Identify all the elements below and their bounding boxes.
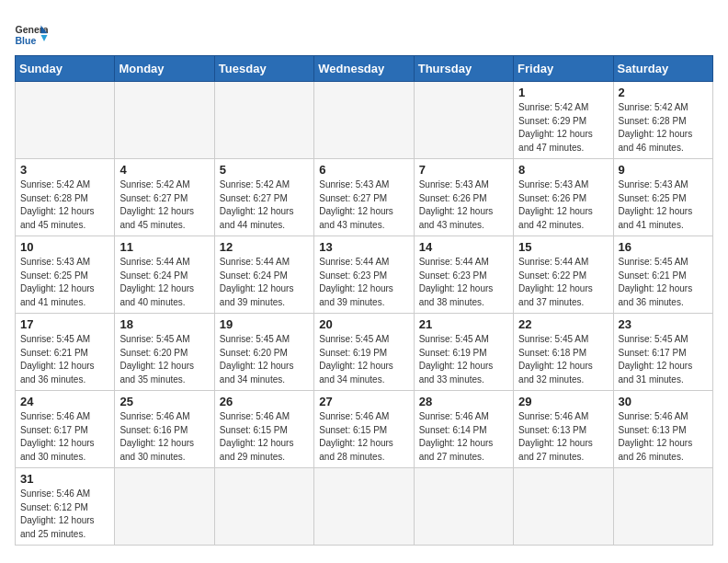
calendar-cell	[314, 82, 414, 159]
svg-marker-3	[41, 35, 48, 41]
calendar-cell	[16, 82, 115, 159]
calendar-cell	[214, 82, 313, 159]
day-number: 3	[20, 163, 109, 177]
day-info: Sunrise: 5:44 AM Sunset: 6:23 PM Dayligh…	[319, 256, 408, 309]
calendar-cell	[414, 468, 513, 546]
day-number: 24	[20, 395, 109, 408]
calendar-week-row: 31Sunrise: 5:46 AM Sunset: 6:12 PM Dayli…	[16, 468, 713, 546]
day-info: Sunrise: 5:46 AM Sunset: 6:13 PM Dayligh…	[518, 410, 608, 464]
day-info: Sunrise: 5:46 AM Sunset: 6:17 PM Dayligh…	[20, 410, 109, 464]
calendar-week-row: 24Sunrise: 5:46 AM Sunset: 6:17 PM Dayli…	[16, 391, 713, 468]
day-info: Sunrise: 5:46 AM Sunset: 6:14 PM Dayligh…	[419, 410, 508, 464]
weekday-header-monday: Monday	[115, 56, 214, 82]
day-number: 30	[619, 395, 708, 408]
day-number: 28	[419, 395, 508, 408]
day-info: Sunrise: 5:43 AM Sunset: 6:25 PM Dayligh…	[20, 256, 109, 309]
calendar-cell: 2Sunrise: 5:42 AM Sunset: 6:28 PM Daylig…	[613, 82, 712, 159]
logo: General Blue	[15, 22, 48, 48]
day-info: Sunrise: 5:45 AM Sunset: 6:17 PM Dayligh…	[619, 333, 708, 386]
calendar-cell: 10Sunrise: 5:43 AM Sunset: 6:25 PM Dayli…	[16, 236, 115, 314]
day-info: Sunrise: 5:45 AM Sunset: 6:21 PM Dayligh…	[20, 333, 109, 386]
calendar-cell: 18Sunrise: 5:45 AM Sunset: 6:20 PM Dayli…	[115, 314, 214, 391]
day-number: 17	[20, 317, 109, 331]
calendar-cell: 20Sunrise: 5:45 AM Sunset: 6:19 PM Dayli…	[314, 314, 414, 391]
calendar-cell: 13Sunrise: 5:44 AM Sunset: 6:23 PM Dayli…	[314, 236, 414, 314]
day-info: Sunrise: 5:43 AM Sunset: 6:26 PM Dayligh…	[518, 178, 608, 232]
calendar-cell: 12Sunrise: 5:44 AM Sunset: 6:24 PM Dayli…	[214, 236, 313, 314]
day-number: 1	[518, 86, 608, 99]
calendar-cell: 1Sunrise: 5:42 AM Sunset: 6:29 PM Daylig…	[514, 82, 613, 159]
day-number: 15	[518, 240, 608, 254]
calendar-cell: 7Sunrise: 5:43 AM Sunset: 6:26 PM Daylig…	[414, 159, 513, 236]
day-number: 10	[20, 240, 109, 254]
svg-text:Blue: Blue	[16, 35, 37, 46]
calendar-cell: 19Sunrise: 5:45 AM Sunset: 6:20 PM Dayli…	[214, 314, 313, 391]
day-number: 26	[220, 395, 309, 408]
calendar-cell	[314, 468, 414, 546]
day-info: Sunrise: 5:45 AM Sunset: 6:19 PM Dayligh…	[319, 333, 408, 386]
day-info: Sunrise: 5:45 AM Sunset: 6:18 PM Dayligh…	[518, 333, 608, 386]
calendar-cell: 17Sunrise: 5:45 AM Sunset: 6:21 PM Dayli…	[16, 314, 115, 391]
day-number: 29	[518, 395, 608, 408]
weekday-header-sunday: Sunday	[16, 56, 115, 82]
day-number: 2	[619, 86, 708, 99]
calendar-cell: 9Sunrise: 5:43 AM Sunset: 6:25 PM Daylig…	[613, 159, 712, 236]
day-info: Sunrise: 5:46 AM Sunset: 6:15 PM Dayligh…	[319, 410, 408, 464]
day-number: 23	[619, 317, 708, 331]
calendar-cell: 25Sunrise: 5:46 AM Sunset: 6:16 PM Dayli…	[115, 391, 214, 468]
calendar-cell: 14Sunrise: 5:44 AM Sunset: 6:23 PM Dayli…	[414, 236, 513, 314]
day-info: Sunrise: 5:43 AM Sunset: 6:25 PM Dayligh…	[619, 178, 708, 232]
day-number: 21	[419, 317, 508, 331]
day-number: 4	[119, 163, 209, 177]
calendar-cell: 27Sunrise: 5:46 AM Sunset: 6:15 PM Dayli…	[314, 391, 414, 468]
day-number: 16	[619, 240, 708, 254]
day-info: Sunrise: 5:44 AM Sunset: 6:22 PM Dayligh…	[518, 256, 608, 309]
day-number: 5	[220, 163, 309, 177]
calendar-cell: 31Sunrise: 5:46 AM Sunset: 6:12 PM Dayli…	[16, 468, 115, 546]
calendar-week-row: 10Sunrise: 5:43 AM Sunset: 6:25 PM Dayli…	[16, 236, 713, 314]
calendar-cell: 11Sunrise: 5:44 AM Sunset: 6:24 PM Dayli…	[115, 236, 214, 314]
calendar-cell: 26Sunrise: 5:46 AM Sunset: 6:15 PM Dayli…	[214, 391, 313, 468]
calendar-week-row: 1Sunrise: 5:42 AM Sunset: 6:29 PM Daylig…	[16, 82, 713, 159]
day-number: 20	[319, 317, 408, 331]
weekday-header-wednesday: Wednesday	[314, 56, 414, 82]
day-number: 27	[319, 395, 408, 408]
day-info: Sunrise: 5:46 AM Sunset: 6:13 PM Dayligh…	[619, 410, 708, 464]
day-number: 6	[319, 163, 408, 177]
weekday-header-friday: Friday	[514, 56, 613, 82]
calendar-cell	[613, 468, 712, 546]
calendar-cell	[214, 468, 313, 546]
calendar-cell: 16Sunrise: 5:45 AM Sunset: 6:21 PM Dayli…	[613, 236, 712, 314]
page-header: General Blue	[15, 15, 713, 48]
day-number: 8	[518, 163, 608, 177]
day-number: 12	[220, 240, 309, 254]
weekday-header-tuesday: Tuesday	[214, 56, 313, 82]
day-info: Sunrise: 5:43 AM Sunset: 6:26 PM Dayligh…	[419, 178, 508, 232]
weekday-header-saturday: Saturday	[613, 56, 712, 82]
calendar-cell: 24Sunrise: 5:46 AM Sunset: 6:17 PM Dayli…	[16, 391, 115, 468]
day-number: 18	[119, 317, 209, 331]
day-number: 9	[619, 163, 708, 177]
day-info: Sunrise: 5:43 AM Sunset: 6:27 PM Dayligh…	[319, 178, 408, 232]
day-number: 31	[20, 472, 109, 486]
calendar-cell	[414, 82, 513, 159]
weekday-header-thursday: Thursday	[414, 56, 513, 82]
calendar-cell	[115, 82, 214, 159]
day-info: Sunrise: 5:42 AM Sunset: 6:28 PM Dayligh…	[20, 178, 109, 232]
calendar-week-row: 17Sunrise: 5:45 AM Sunset: 6:21 PM Dayli…	[16, 314, 713, 391]
day-info: Sunrise: 5:44 AM Sunset: 6:24 PM Dayligh…	[119, 256, 209, 309]
day-info: Sunrise: 5:42 AM Sunset: 6:29 PM Dayligh…	[518, 101, 608, 155]
calendar-cell: 3Sunrise: 5:42 AM Sunset: 6:28 PM Daylig…	[16, 159, 115, 236]
calendar-cell: 6Sunrise: 5:43 AM Sunset: 6:27 PM Daylig…	[314, 159, 414, 236]
day-info: Sunrise: 5:44 AM Sunset: 6:23 PM Dayligh…	[419, 256, 508, 309]
day-info: Sunrise: 5:42 AM Sunset: 6:27 PM Dayligh…	[220, 178, 309, 232]
day-info: Sunrise: 5:45 AM Sunset: 6:19 PM Dayligh…	[419, 333, 508, 386]
calendar-cell	[115, 468, 214, 546]
day-number: 13	[319, 240, 408, 254]
day-info: Sunrise: 5:45 AM Sunset: 6:20 PM Dayligh…	[220, 333, 309, 386]
day-info: Sunrise: 5:42 AM Sunset: 6:28 PM Dayligh…	[619, 101, 708, 155]
day-number: 19	[220, 317, 309, 331]
calendar-cell: 5Sunrise: 5:42 AM Sunset: 6:27 PM Daylig…	[214, 159, 313, 236]
day-info: Sunrise: 5:45 AM Sunset: 6:20 PM Dayligh…	[119, 333, 209, 386]
calendar-cell: 8Sunrise: 5:43 AM Sunset: 6:26 PM Daylig…	[514, 159, 613, 236]
